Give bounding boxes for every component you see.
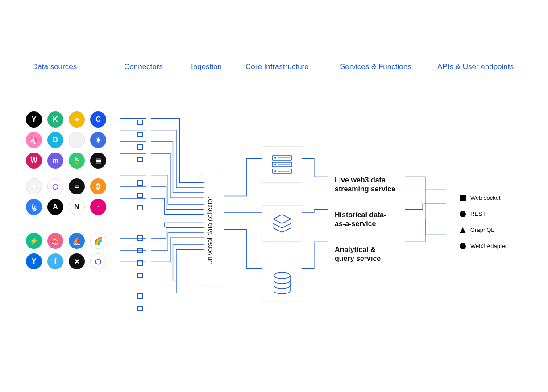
core-servers: [261, 146, 303, 183]
source-rainbow-icon: 🌈: [90, 233, 106, 249]
connector-cluster-2: [137, 180, 143, 210]
source-coinbase-icon: C: [90, 111, 106, 128]
servers-icon: [270, 154, 294, 175]
col-header-services: Services & Functions: [340, 62, 411, 71]
api-graphql: GraphQL: [460, 227, 494, 233]
api-label: Web3 Adapter: [470, 243, 507, 249]
source-ethereum-icon: ♦: [26, 178, 42, 194]
source-huobi-icon: [69, 132, 85, 148]
circle-icon: [460, 211, 466, 217]
ingestion-label: Universal data collector: [206, 197, 213, 265]
api-label: REST: [470, 210, 486, 217]
source-tezos-icon: ꜩ: [26, 199, 42, 215]
source-leaf-icon: 🍃: [69, 153, 85, 169]
source-cosmos-icon: ✷: [90, 132, 106, 148]
source-stacks-icon: ≣: [90, 153, 106, 169]
service-historical: Historical data- as-a-service: [335, 210, 386, 228]
source-thorchain-icon: ⚡: [26, 233, 42, 249]
triangle-icon: [460, 227, 466, 233]
source-binance-icon: ✦: [69, 111, 85, 128]
source-kucoin-icon: K: [47, 111, 63, 128]
api-rest: REST: [460, 210, 486, 217]
col-header-connectors: Connectors: [124, 62, 163, 71]
source-kraken-icon: m: [47, 153, 63, 169]
connector-node: [137, 120, 143, 125]
divider: [111, 76, 111, 339]
connector-cluster-1: [137, 120, 143, 162]
divider: [427, 76, 427, 339]
source-polygon-icon: ⬡: [47, 178, 63, 194]
source-uniswap-icon: 🦄: [26, 132, 42, 148]
col-header-sources: Data sources: [32, 62, 77, 71]
divider: [237, 76, 237, 339]
connector-node: [137, 306, 143, 311]
layers-icon: [270, 212, 294, 235]
source-algorand-icon: A: [47, 199, 63, 215]
connector-node: [137, 193, 143, 198]
source-chainlink-icon: ⬡: [90, 253, 106, 269]
svg-point-3: [274, 157, 276, 159]
api-web3adapter: Web3 Adapter: [460, 243, 507, 249]
core-layers: [261, 205, 303, 242]
square-icon: [460, 195, 466, 201]
connector-node: [137, 132, 143, 137]
source-sushiswap-icon: 🍣: [47, 233, 63, 249]
svg-point-7: [274, 170, 276, 172]
source-solana-icon: ≡: [69, 178, 85, 194]
circle-icon: [460, 243, 466, 249]
svg-point-5: [274, 164, 276, 165]
svg-point-9: [274, 272, 290, 279]
service-streaming: Live web3 data streaming service: [335, 176, 395, 194]
source-dash-icon: D: [47, 132, 63, 148]
architecture-diagram: Data sources Connectors Ingestion Core I…: [22, 62, 526, 330]
connector-node: [137, 157, 143, 162]
divider: [183, 76, 183, 339]
connector-node: [137, 144, 143, 150]
source-near-icon: N: [69, 199, 85, 215]
database-icon: [271, 271, 293, 295]
connector-node: [137, 260, 143, 266]
source-group-3: ⚡🍣⛵🌈Yf✕⬡: [26, 233, 106, 269]
source-westpac-icon: W: [26, 153, 42, 169]
col-header-ingestion: Ingestion: [191, 62, 222, 71]
source-polkadot-icon: ·: [90, 199, 106, 215]
connector-node: [137, 248, 143, 253]
col-header-apis: APIs & User endpoints: [437, 62, 514, 71]
col-header-core: Core Infrastructure: [245, 62, 309, 71]
divider: [328, 76, 328, 339]
source-xyo-icon: Y: [26, 111, 42, 128]
api-websocket: Web socket: [460, 194, 501, 201]
source-opensea-icon: ⛵: [69, 233, 85, 249]
connector-cluster-4: [137, 293, 143, 311]
source-group-2: ♦⬡≡₿ꜩAN·: [26, 178, 106, 215]
source-group-1: YK✦C🦄D✷Wm🍃≣: [26, 111, 106, 169]
connector-node: [137, 235, 143, 241]
ingestion-box: Universal data collector: [199, 175, 220, 286]
connector-node: [137, 293, 143, 299]
connector-node: [137, 205, 143, 210]
connector-node: [137, 273, 143, 278]
connector-cluster-3: [137, 235, 143, 278]
source-ripple-icon: ✕: [69, 253, 85, 269]
source-yearn-icon: Y: [26, 253, 42, 269]
core-database: [261, 265, 303, 301]
service-analytical: Analytical & query service: [335, 245, 381, 263]
api-label: GraphQL: [470, 227, 494, 233]
source-bitcoin-icon: ₿: [90, 178, 106, 194]
api-label: Web socket: [470, 194, 501, 201]
connector-node: [137, 180, 143, 186]
source-filecoin-icon: f: [47, 253, 63, 269]
